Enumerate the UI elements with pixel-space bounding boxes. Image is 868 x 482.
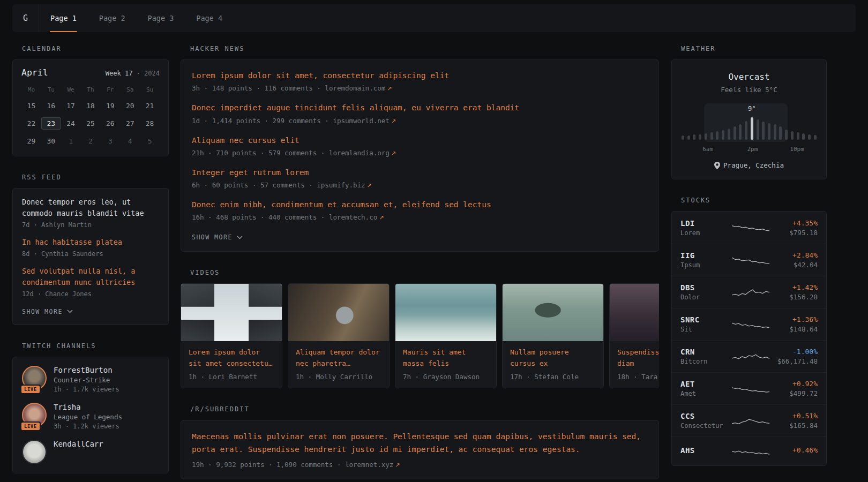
video-card: Lorem ipsum dolor sit amet consectetu…1h… xyxy=(181,283,282,388)
video-title-link[interactable]: Lorem ipsum dolor sit amet consectetu… xyxy=(189,347,274,368)
avatar[interactable]: LIVE xyxy=(22,403,47,427)
hackernews-item: Integer eget rutrum lorem6h · 60 points … xyxy=(192,167,648,189)
domain-link[interactable]: loremdomain.com↗ xyxy=(325,84,392,92)
calendar-day: 4 xyxy=(120,135,140,147)
hour-bar xyxy=(734,126,736,140)
avatar[interactable] xyxy=(22,440,47,464)
video-thumbnail[interactable] xyxy=(503,284,603,341)
subreddit-post-link[interactable]: Maecenas mollis pulvinar erat non posuer… xyxy=(192,431,648,456)
tab-page-4[interactable]: Page 4 xyxy=(185,4,234,32)
tab-page-2[interactable]: Page 2 xyxy=(88,4,137,32)
video-thumbnail[interactable] xyxy=(395,284,496,341)
video-card-body: Nullam posuere cursus ex17h · Stefan Col… xyxy=(503,341,603,387)
video-thumbnail[interactable] xyxy=(288,284,389,341)
channel-name-link[interactable]: KendallCarr xyxy=(54,440,103,448)
hackernews-item: Aliquam nec cursus elit21h · 710 points … xyxy=(192,135,648,157)
stock-sparkline xyxy=(732,318,769,332)
subreddit-section: /R/SUBREDDIT Maecenas mollis pulvinar er… xyxy=(181,405,659,479)
hour-bar xyxy=(808,134,811,140)
stock-change: +4.35% xyxy=(769,219,818,227)
hackernews-item-meta: 1d · 1,414 points · 299 comments · ipsum… xyxy=(192,117,648,125)
video-card-body: Mauris sit amet massa felis7h · Grayson … xyxy=(395,341,496,387)
item-meta-text: 16h · 468 points · 440 comments · xyxy=(192,213,329,221)
stock-symbol-link[interactable]: DBS xyxy=(680,283,695,292)
left-column: CALENDAR April Week 17 · 2024 MoTuWeThFr… xyxy=(12,45,169,473)
domain-link[interactable]: loremlandia.org↗ xyxy=(329,149,396,157)
video-title-link[interactable]: Suspendisse sagittis diam xyxy=(617,347,659,368)
video-title-link[interactable]: Mauris sit amet massa felis xyxy=(403,347,489,368)
channel-name-link[interactable]: Trisha xyxy=(54,403,122,411)
sparkline-svg xyxy=(732,444,769,458)
stock-identity: IIGIpsum xyxy=(680,251,732,269)
channel-info: ForrestBurtonCounter-Strike1h · 1.7k vie… xyxy=(54,366,119,393)
calendar-day-header: We xyxy=(61,86,81,94)
stock-sparkline xyxy=(732,382,769,396)
rss-item-meta: 7d · Ashlyn Martin xyxy=(22,221,159,229)
middle-column: HACKER NEWS Lorem ipsum dolor sit amet, … xyxy=(181,45,659,479)
hackernews-item-link[interactable]: Integer eget rutrum lorem xyxy=(192,167,648,178)
stock-name: Bitcorn xyxy=(680,358,732,365)
rss-item-link[interactable]: Donec tempor eros leo, ut commodo mauris… xyxy=(22,197,159,219)
hackernews-item-link[interactable]: Donec imperdiet augue tincidunt felis al… xyxy=(192,102,648,113)
chevron-down-icon xyxy=(237,236,243,239)
hour-bar xyxy=(774,124,776,140)
stock-symbol-link[interactable]: CCS xyxy=(680,412,695,420)
live-badge: LIVE xyxy=(20,421,41,431)
calendar-day: 29 xyxy=(21,135,41,147)
stock-symbol-link[interactable]: AHS xyxy=(680,446,695,455)
external-link-icon: ↗ xyxy=(391,118,396,125)
domain-link[interactable]: loremnet.xyz↗ xyxy=(345,461,400,469)
calendar-day: 5 xyxy=(140,135,160,147)
temperature-bars xyxy=(680,117,818,140)
video-thumbnail[interactable] xyxy=(181,284,282,341)
calendar-day-header: Sa xyxy=(120,86,140,94)
post-meta-text: 19h · 9,932 points · 1,090 comments xyxy=(192,461,333,469)
stock-symbol-link[interactable]: SNRC xyxy=(680,315,700,324)
stock-change: +2.84% xyxy=(769,251,818,259)
domain-link[interactable]: ipsumify.biz↗ xyxy=(317,181,372,189)
video-title-link[interactable]: Aliquam tempor dolor nec pharetra… xyxy=(296,347,381,368)
calendar-day: 18 xyxy=(81,100,101,112)
hackernews-item-link[interactable]: Lorem ipsum dolor sit amet, consectetur … xyxy=(192,70,648,81)
time-axis: 6am2pm10pm xyxy=(680,146,818,154)
stock-symbol-link[interactable]: LDI xyxy=(680,219,695,228)
video-thumbnail[interactable] xyxy=(610,284,659,341)
stock-price: $165.84 xyxy=(769,421,818,430)
stock-values: +2.84%$42.04 xyxy=(769,251,818,269)
hackernews-item-link[interactable]: Donec enim nibh, condimentum et accumsan… xyxy=(192,199,648,210)
calendar-day-header: Fr xyxy=(100,86,120,94)
hackernews-item-link[interactable]: Aliquam nec cursus elit xyxy=(192,135,648,146)
rss-item-link[interactable]: In hac habitasse platea xyxy=(22,237,159,248)
calendar-day-header: Tu xyxy=(41,86,61,94)
stock-symbol-link[interactable]: CRN xyxy=(680,348,695,356)
domain-link[interactable]: loremtech.co↗ xyxy=(329,213,384,221)
stock-symbol-link[interactable]: AET xyxy=(680,380,695,388)
domain-link[interactable]: ipsumworld.net↗ xyxy=(333,117,396,125)
rss-list: Donec tempor eros leo, ut commodo mauris… xyxy=(22,197,159,298)
channel-name-link[interactable]: ForrestBurton xyxy=(54,366,119,374)
external-link-icon: ↗ xyxy=(395,462,400,469)
video-title-link[interactable]: Nullam posuere cursus ex xyxy=(510,347,596,368)
hour-bar xyxy=(693,134,695,140)
stock-sparkline xyxy=(732,350,769,364)
stock-change: +0.92% xyxy=(769,380,818,388)
hour-bar xyxy=(710,132,713,140)
hour-bar xyxy=(768,123,770,140)
avatar[interactable]: LIVE xyxy=(22,366,47,390)
app-logo[interactable]: G xyxy=(12,4,39,32)
chevron-down-icon xyxy=(67,310,73,313)
location-pin-icon xyxy=(714,162,720,169)
tab-page-1[interactable]: Page 1 xyxy=(39,4,88,32)
video-meta: 1h · Lori Barnett xyxy=(189,373,274,381)
stock-symbol-link[interactable]: IIG xyxy=(680,251,695,260)
video-card-row: Lorem ipsum dolor sit amet consectetu…1h… xyxy=(181,283,659,388)
stock-name: Consectetur xyxy=(680,422,732,430)
weather-condition: Overcast xyxy=(680,72,818,82)
rss-item-link[interactable]: Sed volutpat nulla nisl, a condimentum n… xyxy=(22,266,159,288)
hackernews-show-more-button[interactable]: SHOW MORE xyxy=(192,231,648,243)
tab-page-3[interactable]: Page 3 xyxy=(137,4,185,32)
stock-row: AETAmet+0.92%$499.72 xyxy=(672,372,826,404)
stock-sparkline xyxy=(732,253,769,267)
rss-show-more-button[interactable]: SHOW MORE xyxy=(22,306,159,318)
hackernews-item-meta: 16h · 468 points · 440 comments · loremt… xyxy=(192,213,648,221)
